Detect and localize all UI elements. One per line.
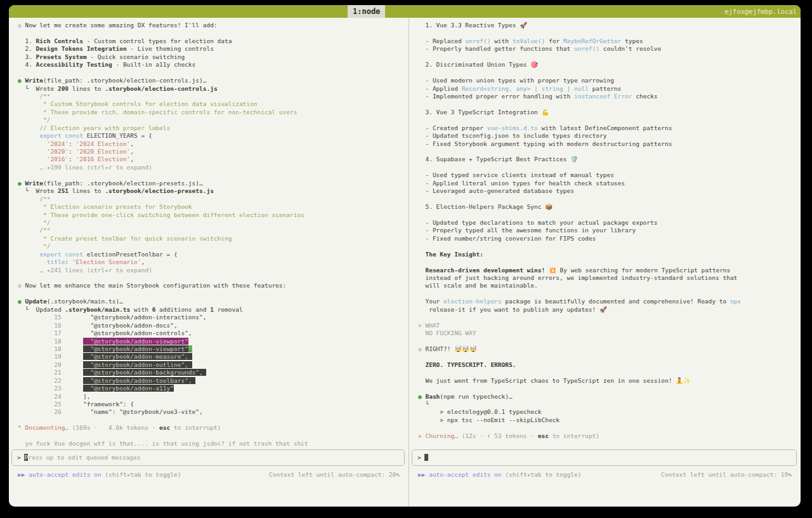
tmux-window-tab[interactable]: 1:node [348, 5, 385, 18]
terminal-line: 1. Rich Controls - Custom control types … [18, 37, 409, 45]
terminal-line [418, 385, 801, 392]
terminal-line [418, 69, 801, 77]
pane-container: ● Now let me create some amazing DX feat… [9, 18, 801, 507]
terminal-line: 23 "@storybook/addon-a11y" [18, 385, 409, 392]
terminal-line: ● Write(file_path: .storybook/election-c… [18, 77, 409, 84]
right-status-bar: ▶▶ auto-accept edits on (shift+tab to to… [418, 471, 801, 479]
terminal-line [418, 440, 801, 448]
terminal-line: ● Bash(npm run typecheck)… [418, 393, 801, 401]
terminal-line: 1. Vue 3.3 Reactive Types 🚀 [418, 22, 801, 29]
terminal-line [418, 164, 801, 171]
terminal-line: 17 "@storybook/addon-controls", [18, 329, 409, 337]
terminal-line: */ [18, 219, 409, 227]
terminal-line: 4. Supabase + TypeScript Best Practices … [418, 156, 801, 163]
terminal-line: - Fixed Storybook argument typing with m… [418, 140, 801, 148]
terminal-line: * Documenting… (169s · 4.6k tokens · esc… [18, 424, 409, 432]
terminal-line: * Election scenario presets for Storyboo… [18, 203, 409, 211]
terminal-line: ● Update(.storybook/main.ts)… [18, 298, 409, 305]
context-remaining-label: Context left until auto-compact: 20% [269, 471, 400, 479]
prompt-chevron: > [417, 454, 424, 461]
terminal-line: NO FUCKING WAY [418, 329, 801, 337]
terminal-line: 16 "@storybook/addon-docs", [18, 322, 409, 329]
terminal-line: > npx tsc --noEmit --skipLibCheck [418, 416, 801, 424]
terminal-line: '2024': '2024 Election', [18, 140, 409, 148]
terminal-line [18, 69, 409, 77]
left-status-bar: ▶▶ auto-accept edits on (shift+tab to to… [18, 471, 409, 479]
terminal-line [18, 432, 409, 440]
terminal-line: // Election years with proper labels [18, 124, 409, 132]
terminal-line: ● Now let me enhance the main Storybook … [18, 282, 409, 289]
terminal-line [418, 314, 801, 321]
terminal-line: export const electionPresetToolbar = { [18, 251, 409, 258]
right-pane-output: 1. Vue 3.3 Reactive Types 🚀 - Replaced u… [418, 22, 801, 448]
context-remaining-label: Context left until auto-compact: 19% [661, 471, 792, 479]
terminal-line: └ Updated .storybook/main.ts with 6 addi… [18, 306, 409, 314]
terminal-line: 19 "@storybook/addon-measure", [18, 353, 409, 361]
left-prompt-input[interactable]: > Press up to edit queued messages [11, 449, 405, 466]
terminal-line [18, 416, 409, 424]
terminal-line: - Updated tsconfig.json to include types… [418, 132, 801, 140]
tmux-status-bar: 1:node ejfox@ejfmbp.local [9, 5, 801, 18]
terminal-line: 21 "@storybook/addon-backgrounds", [18, 369, 409, 376]
terminal-line: - Fixed number/string conversion for FIP… [418, 235, 801, 242]
terminal-line [418, 242, 801, 250]
auto-accept-label[interactable]: auto-accept edits on [29, 471, 105, 479]
toggle-hint: (shift+tab to toggle) [505, 471, 581, 479]
right-prompt-input[interactable]: > [412, 449, 797, 466]
left-terminal-pane: ● Now let me create some amazing DX feat… [9, 18, 409, 507]
terminal-line: release-it if you want to publish any up… [418, 306, 801, 314]
terminal-line [18, 274, 409, 282]
terminal-line: export const ELECTION_YEARS = { [18, 132, 409, 140]
terminal-line: instead of just hacking around errors, w… [418, 274, 801, 282]
terminal-line: /** [18, 227, 409, 234]
terminal-line: Your election-helpers package is beautif… [418, 298, 801, 305]
terminal-line: '2020': '2020 Election', [18, 148, 409, 156]
terminal-line: 25 "framework": { [18, 401, 409, 408]
terminal-line: - Applied literal union types for health… [418, 180, 801, 187]
terminal-line: 2. Design Tokens Integration - Live them… [18, 45, 409, 53]
terminal-line: /** [18, 93, 409, 100]
terminal-line: * These provide rich, domain-specific co… [18, 109, 409, 116]
terminal-line: - Used modern union types with proper ty… [418, 77, 801, 84]
terminal-line [418, 258, 801, 266]
terminal-line: - Applied Record<string, any> | string |… [418, 85, 801, 93]
terminal-line: > WHAT [418, 322, 801, 329]
terminal-line: - Created proper vue-shims.d.ts with lat… [418, 124, 801, 132]
terminal-line: 5. Election-Helpers Package Sync 📦 [418, 203, 801, 211]
right-terminal-pane: 1. Vue 3.3 Reactive Types 🚀 - Replaced u… [409, 18, 801, 507]
terminal-line: ✢ Churning… (12s · ↑ 53 tokens · esc to … [418, 432, 801, 440]
terminal-line: ● Write(file_path: .storybook/election-p… [18, 180, 409, 187]
terminal-line: - Used typed service clients instead of … [418, 171, 801, 179]
terminal-line: ● RIGHT?! 🤯🤯🤯 [418, 345, 801, 353]
terminal-line: * Create preset toolbar for quick scenar… [18, 235, 409, 242]
terminal-line: We just went from TypeScript chaos to Ty… [418, 377, 801, 385]
terminal-line: yo fuck Vue docgen wtf is that.... is th… [18, 440, 409, 448]
terminal-line: The Key Insight: [418, 251, 801, 258]
hostname-label: ejfox@ejfmbp.local [724, 8, 801, 15]
terminal-line [418, 116, 801, 124]
auto-accept-arrows-icon: ▶▶ [418, 471, 429, 479]
terminal-line: 4. Accessibility Testing - Built-in a11y… [18, 61, 409, 69]
left-pane-output: ● Now let me create some amazing DX feat… [18, 22, 409, 448]
auto-accept-arrows-icon: ▶▶ [18, 471, 29, 479]
terminal-line: */ [18, 242, 409, 250]
toggle-hint: (shift+tab to toggle) [105, 471, 181, 479]
terminal-line: title: 'Election Scenario', [18, 258, 409, 266]
terminal-line [418, 338, 801, 345]
terminal-line: ZERO. TYPESCRIPT. ERRORS. [418, 361, 801, 369]
auto-accept-label[interactable]: auto-accept edits on [429, 471, 505, 479]
terminal-line: ● Now let me create some amazing DX feat… [18, 22, 409, 29]
terminal-line: */ [18, 116, 409, 124]
terminal-line [418, 196, 801, 203]
terminal-line: * Custom Storybook controls for election… [18, 100, 409, 108]
terminal-line [418, 29, 801, 37]
terminal-line [418, 290, 801, 298]
terminal-line [418, 211, 801, 219]
terminal-line: 3. Presets System - Quick scenario switc… [18, 53, 409, 61]
terminal-line [418, 53, 801, 61]
text-cursor [424, 454, 428, 461]
terminal-line: '2016': '2016 Election', [18, 156, 409, 163]
terminal-line: - Replaced unref() with toValue() for Ma… [418, 37, 801, 45]
terminal-line: └ Wrote 209 lines to .storybook/election… [18, 85, 409, 93]
terminal-line [418, 353, 801, 361]
